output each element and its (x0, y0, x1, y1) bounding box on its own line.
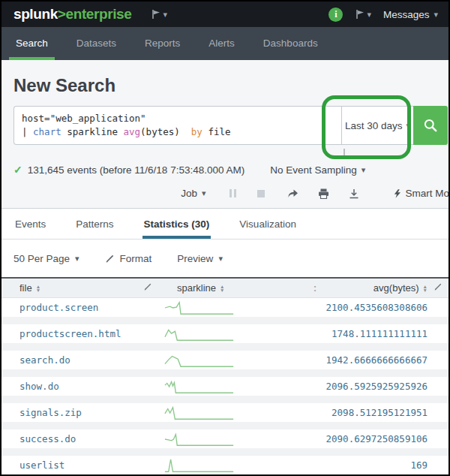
sparkline-cell (162, 352, 290, 369)
nav-item-dashboards[interactable]: Dashboards (256, 27, 325, 60)
job-label: Job (181, 188, 197, 199)
avg-bytes-cell[interactable]: 2098.512195121951 (332, 407, 428, 418)
time-range-picker[interactable]: Last 30 days ▾ (341, 106, 413, 145)
column-header-sparkline[interactable]: sparkline ▲▼ (162, 282, 290, 294)
chevron-down-icon: ▾ (434, 11, 438, 19)
tab-statistics-30[interactable]: Statistics (30) (142, 209, 212, 239)
stop-icon (257, 190, 265, 197)
search-mode-menu[interactable]: Smart Mode (394, 188, 450, 199)
check-icon: ✓ (14, 164, 22, 176)
avg-bytes-cell[interactable]: 169 (410, 459, 428, 471)
sparkline-cell (162, 378, 290, 395)
tab-visualization[interactable]: Visualization (238, 209, 298, 239)
job-menu[interactable]: Job ▾ (181, 188, 206, 199)
nav-item-search[interactable]: Search (9, 27, 55, 60)
chevron-down-icon: ▾ (367, 11, 371, 19)
sparkline-chart (164, 378, 236, 395)
app-switcher-menu[interactable]: ▾ (151, 9, 167, 20)
splunk-logo[interactable]: splunk>enterprise (14, 6, 131, 23)
nav-item-datasets[interactable]: Datasets (70, 27, 123, 60)
sparkline-chart (164, 326, 236, 342)
lightning-bolt-icon (394, 188, 400, 199)
event-sampling-label: No Event Sampling (270, 164, 357, 176)
event-count-text: 131,645 events (before 11/6/18 7:53:48.0… (28, 164, 244, 176)
sparkline-chart (164, 405, 236, 421)
column-header-file[interactable]: file ▲▼ (2, 282, 134, 294)
file-cell[interactable]: product.screen (2, 302, 162, 313)
sort-icon[interactable]: ▲▼ (423, 285, 428, 292)
pencil-icon (434, 282, 442, 291)
messages-menu[interactable]: Messages ▾ (383, 9, 438, 20)
file-cell[interactable]: productscreen.html (2, 328, 162, 339)
file-cell[interactable]: search.do (2, 354, 162, 366)
sparkline-cell (162, 326, 290, 342)
chevron-down-icon: ▾ (75, 255, 80, 263)
sort-icon[interactable]: ▲▼ (36, 285, 40, 292)
chevron-down-icon: ▾ (406, 122, 411, 130)
print-button[interactable] (318, 188, 329, 199)
chevron-down-icon: ▾ (202, 189, 206, 197)
results-table-header: file ▲▼ sparkline ▲▼ : avg(bytes) ▲▼ (2, 277, 448, 298)
pennant-flag-icon (355, 9, 364, 20)
search-icon (423, 118, 438, 133)
app-nav: SearchDatasetsReportsAlertsDashboards (2, 27, 448, 60)
pause-button[interactable] (230, 189, 236, 197)
tab-events[interactable]: Events (14, 209, 47, 239)
preview-label: Preview (177, 253, 213, 264)
search-bar: host="web_application"| chart sparkline … (14, 106, 448, 145)
results-toolbar: 50 Per Page ▾ Format Preview ▾ (2, 240, 448, 277)
edit-column-button[interactable] (143, 282, 152, 294)
avg-bytes-cell[interactable]: 2096.5925925925926 (326, 381, 428, 392)
edit-column-button[interactable] (434, 282, 442, 294)
sparkline-chart (164, 431, 236, 447)
file-cell[interactable]: show.do (2, 381, 162, 392)
per-page-menu[interactable]: 50 Per Page ▾ (14, 253, 80, 264)
column-header-avg-bytes[interactable]: avg(bytes) ▲▼ (374, 282, 428, 294)
preview-menu[interactable]: Preview ▾ (177, 253, 223, 264)
sparkline-cell (162, 405, 290, 421)
logo-gt-text: > (58, 6, 66, 22)
nav-item-reports[interactable]: Reports (138, 27, 187, 60)
table-row: product.screen2100.4535608308606 (2, 298, 448, 317)
per-page-label: 50 Per Page (14, 253, 70, 264)
query-line-1: host="web_application" (22, 112, 334, 125)
top-bar-right: i ▾ Messages ▾ (328, 8, 438, 22)
search-status-row: ✓ 131,645 events (before 11/6/18 7:53:48… (14, 164, 436, 176)
sparkline-chart (164, 352, 236, 369)
file-cell[interactable]: signals.zip (2, 407, 162, 418)
search-button[interactable] (413, 106, 448, 145)
sparkline-cell (162, 431, 290, 447)
textarea-resize-handle[interactable] (344, 149, 345, 158)
search-area: New Search host="web_application"| chart… (2, 60, 448, 209)
sort-icon[interactable]: ▲▼ (220, 285, 224, 292)
table-row: productscreen.html1748.111111111111 (2, 324, 448, 343)
format-button[interactable]: Format (105, 253, 152, 264)
column-resize-grip[interactable]: : (314, 283, 320, 294)
avg-bytes-cell[interactable]: 2100.4535608308606 (326, 302, 428, 313)
share-button[interactable] (287, 188, 298, 198)
info-icon[interactable]: i (328, 8, 343, 22)
tab-patterns[interactable]: Patterns (74, 209, 115, 239)
nav-item-alerts[interactable]: Alerts (202, 27, 242, 60)
chevron-down-icon: ▾ (218, 255, 223, 263)
format-label: Format (120, 253, 152, 264)
job-toolbar: Job ▾ Smart Mode (2, 188, 450, 199)
pause-icon (230, 189, 232, 197)
sparkline-cell (162, 457, 290, 474)
file-cell[interactable]: userlist (2, 459, 162, 471)
stop-button[interactable] (257, 190, 265, 197)
event-sampling-menu[interactable]: No Event Sampling ▾ (270, 164, 365, 176)
table-row: show.do2096.5925925925926 (2, 377, 448, 396)
pencil-icon (143, 282, 152, 291)
messages-label: Messages (383, 9, 430, 20)
avg-bytes-cell[interactable]: 1942.6666666666667 (326, 354, 428, 366)
search-query-input[interactable]: host="web_application"| chart sparkline … (14, 106, 341, 145)
export-button[interactable] (349, 188, 359, 199)
activity-menu[interactable]: ▾ (355, 9, 371, 20)
file-cell[interactable]: success.do (2, 433, 162, 444)
avg-bytes-cell[interactable]: 2090.6297250859106 (326, 433, 428, 444)
results-tabs: EventsPatternsStatistics (30)Visualizati… (2, 209, 448, 240)
table-row: userlist169 (2, 456, 448, 474)
sparkline-chart (164, 457, 236, 474)
avg-bytes-cell[interactable]: 1748.111111111111 (332, 328, 428, 339)
